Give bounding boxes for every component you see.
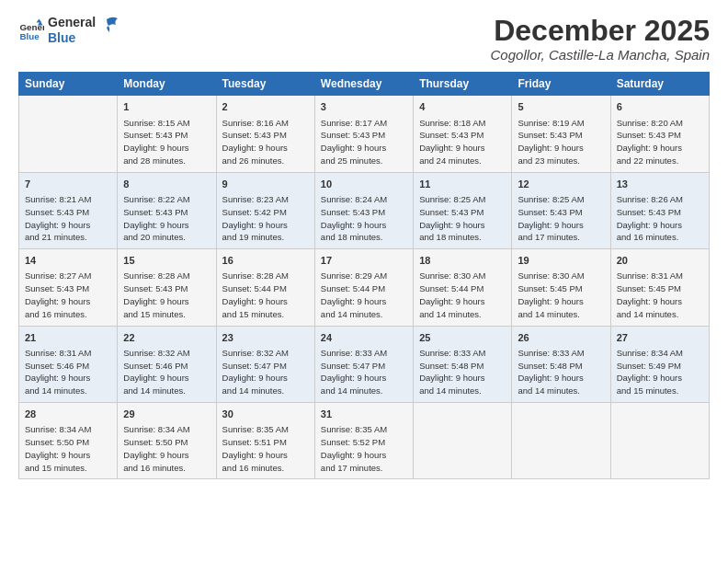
day-number: 28	[25, 408, 111, 421]
calendar-cell: 16Sunrise: 8:28 AM Sunset: 5:44 PM Dayli…	[216, 249, 314, 326]
weekday-header-monday: Monday	[118, 73, 216, 96]
logo-general: General	[48, 15, 96, 30]
day-number: 19	[518, 254, 604, 268]
day-info: Sunrise: 8:15 AM Sunset: 5:43 PM Dayligh…	[123, 117, 210, 167]
day-number: 14	[25, 254, 111, 268]
day-number: 20	[617, 254, 703, 268]
weekday-header-wednesday: Wednesday	[314, 73, 413, 96]
day-info: Sunrise: 8:34 AM Sunset: 5:50 PM Dayligh…	[25, 423, 111, 474]
calendar-cell: 6Sunrise: 8:20 AM Sunset: 5:43 PM Daylig…	[610, 96, 709, 172]
calendar-cell: 17Sunrise: 8:29 AM Sunset: 5:44 PM Dayli…	[314, 249, 413, 326]
calendar-table: SundayMondayTuesdayWednesdayThursdayFrid…	[18, 72, 710, 479]
calendar-cell: 14Sunrise: 8:27 AM Sunset: 5:43 PM Dayli…	[19, 249, 118, 326]
day-info: Sunrise: 8:24 AM Sunset: 5:43 PM Dayligh…	[321, 193, 407, 244]
calendar-week-row: 14Sunrise: 8:27 AM Sunset: 5:43 PM Dayli…	[19, 249, 710, 326]
day-info: Sunrise: 8:30 AM Sunset: 5:45 PM Dayligh…	[518, 270, 604, 320]
svg-marker-2	[37, 18, 42, 22]
page-title: December 2025	[491, 15, 710, 47]
calendar-cell: 13Sunrise: 8:26 AM Sunset: 5:43 PM Dayli…	[610, 172, 709, 248]
day-number: 10	[321, 178, 407, 191]
weekday-header-friday: Friday	[512, 73, 610, 96]
calendar-cell: 27Sunrise: 8:34 AM Sunset: 5:49 PM Dayli…	[610, 326, 709, 402]
calendar-cell: 12Sunrise: 8:25 AM Sunset: 5:43 PM Dayli…	[512, 172, 610, 248]
title-block: December 2025 Cogollor, Castille-La Manc…	[491, 15, 710, 63]
day-number: 31	[321, 408, 407, 421]
day-info: Sunrise: 8:28 AM Sunset: 5:43 PM Dayligh…	[123, 270, 210, 320]
day-number: 21	[25, 331, 111, 345]
day-info: Sunrise: 8:25 AM Sunset: 5:43 PM Dayligh…	[518, 193, 604, 244]
calendar-cell: 29Sunrise: 8:34 AM Sunset: 5:50 PM Dayli…	[118, 403, 216, 479]
day-number: 17	[321, 254, 407, 268]
calendar-week-row: 7Sunrise: 8:21 AM Sunset: 5:43 PM Daylig…	[19, 172, 710, 248]
day-info: Sunrise: 8:33 AM Sunset: 5:48 PM Dayligh…	[419, 347, 506, 397]
calendar-week-row: 21Sunrise: 8:31 AM Sunset: 5:46 PM Dayli…	[19, 326, 710, 402]
svg-text:Blue: Blue	[19, 31, 40, 41]
day-info: Sunrise: 8:20 AM Sunset: 5:43 PM Dayligh…	[617, 117, 703, 167]
day-info: Sunrise: 8:28 AM Sunset: 5:44 PM Dayligh…	[222, 270, 309, 320]
logo-icon: General Blue	[18, 17, 44, 43]
logo-bird-icon	[99, 14, 119, 38]
day-info: Sunrise: 8:26 AM Sunset: 5:43 PM Dayligh…	[617, 193, 703, 244]
day-info: Sunrise: 8:30 AM Sunset: 5:44 PM Dayligh…	[419, 270, 506, 320]
calendar-cell: 19Sunrise: 8:30 AM Sunset: 5:45 PM Dayli…	[512, 249, 610, 326]
calendar-cell: 1Sunrise: 8:15 AM Sunset: 5:43 PM Daylig…	[118, 96, 216, 172]
logo-blue: Blue	[48, 30, 96, 46]
day-number: 7	[25, 178, 111, 191]
calendar-cell: 2Sunrise: 8:16 AM Sunset: 5:43 PM Daylig…	[216, 96, 314, 172]
day-number: 26	[518, 331, 604, 345]
calendar-cell: 26Sunrise: 8:33 AM Sunset: 5:48 PM Dayli…	[512, 326, 610, 402]
day-number: 1	[123, 100, 210, 114]
day-info: Sunrise: 8:35 AM Sunset: 5:52 PM Dayligh…	[321, 423, 407, 474]
weekday-header-thursday: Thursday	[414, 73, 512, 96]
calendar-week-row: 28Sunrise: 8:34 AM Sunset: 5:50 PM Dayli…	[19, 403, 710, 479]
calendar-cell: 30Sunrise: 8:35 AM Sunset: 5:51 PM Dayli…	[216, 403, 314, 479]
calendar-cell: 24Sunrise: 8:33 AM Sunset: 5:47 PM Dayli…	[314, 326, 413, 402]
day-info: Sunrise: 8:35 AM Sunset: 5:51 PM Dayligh…	[222, 423, 309, 474]
day-info: Sunrise: 8:27 AM Sunset: 5:43 PM Dayligh…	[25, 270, 111, 320]
calendar-cell: 11Sunrise: 8:25 AM Sunset: 5:43 PM Dayli…	[414, 172, 512, 248]
logo: General Blue General Blue	[18, 15, 119, 46]
day-number: 6	[617, 100, 703, 114]
calendar-cell: 5Sunrise: 8:19 AM Sunset: 5:43 PM Daylig…	[512, 96, 610, 172]
day-info: Sunrise: 8:32 AM Sunset: 5:46 PM Dayligh…	[123, 347, 210, 397]
day-info: Sunrise: 8:17 AM Sunset: 5:43 PM Dayligh…	[321, 117, 407, 167]
day-number: 9	[222, 178, 309, 191]
day-info: Sunrise: 8:32 AM Sunset: 5:47 PM Dayligh…	[222, 347, 309, 397]
calendar-cell: 22Sunrise: 8:32 AM Sunset: 5:46 PM Dayli…	[118, 326, 216, 402]
calendar-cell: 4Sunrise: 8:18 AM Sunset: 5:43 PM Daylig…	[414, 96, 512, 172]
day-number: 8	[123, 178, 210, 191]
day-number: 3	[321, 100, 407, 114]
calendar-cell: 20Sunrise: 8:31 AM Sunset: 5:45 PM Dayli…	[610, 249, 709, 326]
day-info: Sunrise: 8:34 AM Sunset: 5:50 PM Dayligh…	[123, 423, 210, 474]
calendar-cell: 28Sunrise: 8:34 AM Sunset: 5:50 PM Dayli…	[19, 403, 118, 479]
weekday-header-saturday: Saturday	[610, 73, 709, 96]
calendar-cell	[610, 403, 709, 479]
day-number: 11	[419, 178, 506, 191]
calendar-cell: 7Sunrise: 8:21 AM Sunset: 5:43 PM Daylig…	[19, 172, 118, 248]
calendar-cell: 9Sunrise: 8:23 AM Sunset: 5:42 PM Daylig…	[216, 172, 314, 248]
day-number: 2	[222, 100, 309, 114]
day-info: Sunrise: 8:21 AM Sunset: 5:43 PM Dayligh…	[25, 193, 111, 244]
weekday-header-tuesday: Tuesday	[216, 73, 314, 96]
day-info: Sunrise: 8:25 AM Sunset: 5:43 PM Dayligh…	[419, 193, 506, 244]
calendar-cell	[414, 403, 512, 479]
calendar-cell: 18Sunrise: 8:30 AM Sunset: 5:44 PM Dayli…	[414, 249, 512, 326]
calendar-cell: 25Sunrise: 8:33 AM Sunset: 5:48 PM Dayli…	[414, 326, 512, 402]
calendar-cell: 23Sunrise: 8:32 AM Sunset: 5:47 PM Dayli…	[216, 326, 314, 402]
day-number: 16	[222, 254, 309, 268]
day-info: Sunrise: 8:23 AM Sunset: 5:42 PM Dayligh…	[222, 193, 309, 244]
day-number: 27	[617, 331, 703, 345]
calendar-cell: 3Sunrise: 8:17 AM Sunset: 5:43 PM Daylig…	[314, 96, 413, 172]
calendar-week-row: 1Sunrise: 8:15 AM Sunset: 5:43 PM Daylig…	[19, 96, 710, 172]
day-number: 18	[419, 254, 506, 268]
calendar-cell: 8Sunrise: 8:22 AM Sunset: 5:43 PM Daylig…	[118, 172, 216, 248]
calendar-cell	[512, 403, 610, 479]
day-info: Sunrise: 8:33 AM Sunset: 5:48 PM Dayligh…	[518, 347, 604, 397]
day-info: Sunrise: 8:16 AM Sunset: 5:43 PM Dayligh…	[222, 117, 309, 167]
day-info: Sunrise: 8:18 AM Sunset: 5:43 PM Dayligh…	[419, 117, 506, 167]
calendar-cell: 21Sunrise: 8:31 AM Sunset: 5:46 PM Dayli…	[19, 326, 118, 402]
day-info: Sunrise: 8:34 AM Sunset: 5:49 PM Dayligh…	[617, 347, 703, 397]
page-header: General Blue General Blue December 2025 …	[18, 15, 710, 63]
day-number: 25	[419, 331, 506, 345]
day-number: 12	[518, 178, 604, 191]
